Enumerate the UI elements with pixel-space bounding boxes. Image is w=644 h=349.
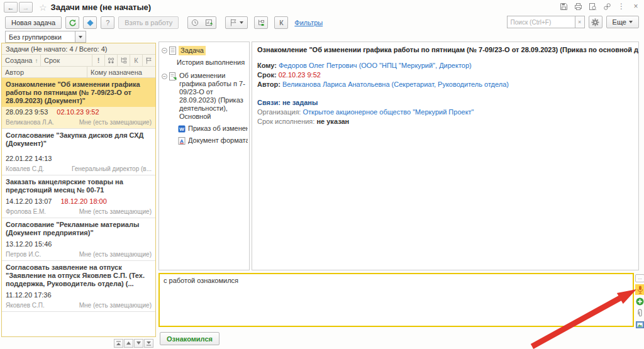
attach-paperclip-icon[interactable] <box>635 308 644 318</box>
menu-kebab-icon[interactable]: ⋮ <box>617 2 626 11</box>
refresh-button[interactable] <box>65 16 79 29</box>
filters-link[interactable]: Фильтры <box>294 19 323 26</box>
author-link[interactable]: Великанова Лариса Анатольевна (Секретари… <box>282 80 509 88</box>
preview-icon[interactable] <box>588 2 597 11</box>
grouping-select[interactable]: Без группировки <box>5 31 75 43</box>
column-k-icon[interactable]: К <box>130 55 143 66</box>
execution-term-value: не указан <box>316 118 349 125</box>
task-window: ← → ☆ Задачи мне (не начатые) ⋮ × Новая … <box>0 0 644 349</box>
comment-more-button[interactable]: ... <box>635 274 644 282</box>
nav-buttons: ← → <box>4 2 33 13</box>
task-assignee: Мне (есть замещающие) <box>79 119 152 126</box>
task-title: Согласование "Закупка дисков для СХД (До… <box>2 129 155 150</box>
task-row[interactable]: Согласовать заявление на отпуск "Заявлен… <box>2 261 155 312</box>
toolbar-right: × Еще <box>507 16 639 28</box>
flag-icon[interactable] <box>226 17 247 28</box>
to-label: Кому: <box>257 62 277 69</box>
task-list-columns-2: Автор Кому назначена <box>2 67 155 78</box>
insert-image-icon[interactable] <box>635 319 644 329</box>
task-title: Согласование "Рекламные материалы (Докум… <box>2 218 155 239</box>
take-to-work-button[interactable]: Взять в работу <box>118 16 179 29</box>
task-row[interactable]: Заказать канцелярские товары на предстоя… <box>2 175 155 218</box>
task-created: 13.12.20 15:46 <box>6 240 52 248</box>
task-author: Великанова Л.А. <box>6 119 54 126</box>
column-created[interactable]: Создана ↑ <box>2 55 41 66</box>
save-icon[interactable] <box>559 2 568 11</box>
microphone-icon[interactable] <box>635 284 644 295</box>
organization-link[interactable]: Открытое акционерное общество "Меркурий … <box>303 108 474 116</box>
link-icon[interactable] <box>602 2 611 11</box>
print-icon[interactable] <box>574 2 582 11</box>
flag-dropdown[interactable] <box>225 16 248 29</box>
help-button[interactable]: ? <box>101 16 114 29</box>
scroll-bottom-button[interactable] <box>144 339 153 348</box>
k-button[interactable]: К <box>274 16 288 29</box>
column-assignee[interactable]: Кому назначена <box>87 67 155 77</box>
back-button[interactable]: ← <box>4 2 18 13</box>
column-process-icon[interactable] <box>118 55 130 66</box>
organization-label: Организация: <box>257 108 301 116</box>
column-author[interactable]: Автор <box>2 67 87 77</box>
close-icon[interactable]: × <box>631 2 640 11</box>
author-label: Автор: <box>257 80 280 88</box>
task-created: 28.09.23 9:53 <box>6 108 48 116</box>
grouping-row: Без группировки <box>5 31 86 43</box>
scroll-top-button[interactable] <box>114 339 123 348</box>
comment-side-icons: ... <box>635 274 644 329</box>
task-due: 18.12.20 18:00 <box>60 197 106 205</box>
task-row[interactable]: Согласование "Закупка дисков для СХД (До… <box>2 129 155 175</box>
task-assignee: Мне (есть замещающие) <box>79 208 152 215</box>
deadline-clock-icon[interactable] <box>188 17 202 28</box>
window-icons: ⋮ × <box>559 2 640 11</box>
due-label: Срок: <box>257 71 277 79</box>
task-title: Ознакомление "Об изменении графика работ… <box>2 78 155 107</box>
page-title: Задачи мне (не начатые) <box>51 3 152 12</box>
svg-text:A: A <box>180 138 184 144</box>
search-box: × <box>507 16 585 28</box>
tree-item-task[interactable]: − Задача <box>162 46 248 56</box>
forward-task-icon[interactable] <box>202 17 216 28</box>
task-doc-icon <box>169 47 176 56</box>
comment-textarea[interactable]: с работой ознакомился <box>158 273 634 327</box>
search-input[interactable] <box>507 16 575 28</box>
task-created: 22.01.22 14:13 <box>6 155 52 162</box>
to-link[interactable]: Федоров Олег Петрович (ООО "НПЦ "Меркури… <box>279 62 472 69</box>
task-author: Ковалев С.Д. <box>6 165 44 172</box>
tree-item-history[interactable]: История выполнения <box>162 58 248 67</box>
column-flag-icon[interactable] <box>143 55 155 66</box>
more-button[interactable]: Еще <box>606 16 639 28</box>
forward-button[interactable]: → <box>19 2 33 13</box>
column-importance-icon[interactable]: ! <box>92 55 105 66</box>
collapse-icon[interactable]: − <box>162 48 167 53</box>
process-tree-button[interactable] <box>254 16 268 29</box>
tree-item-attachment[interactable]: − Об изменении графика работы п 7-09/23-… <box>162 72 248 121</box>
add-icon[interactable] <box>635 297 644 306</box>
attachment-doc-icon <box>169 72 177 82</box>
column-due[interactable]: Срок <box>41 55 92 66</box>
scroll-down-button[interactable] <box>134 339 143 348</box>
column-status-icon[interactable] <box>105 55 118 66</box>
tree-item-label: Документ формата MXL <box>188 136 248 145</box>
collapse-icon[interactable]: − <box>162 74 167 79</box>
acknowledged-button[interactable]: Ознакомился <box>160 332 219 345</box>
favorite-star-icon[interactable]: ☆ <box>39 3 47 13</box>
tree-item-word-doc[interactable]: W Приказ об изменении графика <box>162 125 248 134</box>
task-row[interactable]: Согласование "Рекламные материалы (Докум… <box>2 218 155 261</box>
search-clear-icon[interactable]: × <box>575 16 585 28</box>
task-assignee: Мне (есть замещающие) <box>79 302 152 309</box>
task-row[interactable]: Ознакомление "Об изменении графика работ… <box>2 78 155 129</box>
task-list-columns: Создана ↑ Срок ! К <box>2 55 155 67</box>
svg-text:W: W <box>179 126 184 132</box>
sort-asc-icon: ↑ <box>35 57 38 64</box>
links-line[interactable]: Связи: не заданы <box>257 98 633 108</box>
task-detail-panel: Ознакомление "Об изменении графика работ… <box>252 42 639 270</box>
grouping-dropdown-button[interactable] <box>75 31 86 43</box>
list-scroll-buttons <box>114 339 153 348</box>
tree-item-mxl-doc[interactable]: A Документ формата MXL <box>162 136 248 146</box>
scroll-up-button[interactable] <box>124 339 133 348</box>
settings-gear-icon[interactable] <box>589 16 602 28</box>
new-task-button[interactable]: Новая задача <box>5 16 62 29</box>
execute-button[interactable] <box>83 16 97 29</box>
task-author: Яковлев С.П. <box>6 302 45 309</box>
execution-term-label: Срок исполнения: <box>257 118 314 125</box>
